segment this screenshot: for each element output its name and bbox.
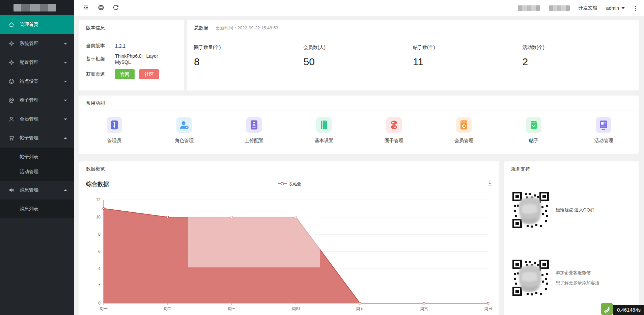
function-shortcut[interactable]: 帖子 — [499, 117, 569, 144]
cart-icon — [8, 135, 15, 141]
function-shortcut[interactable]: 基本设置 — [289, 117, 359, 144]
legend-label: 发帖量 — [289, 181, 301, 187]
sidebar-item-6[interactable]: 帖子管理 — [0, 129, 74, 148]
sidebar-item-0[interactable]: 管理首页 — [0, 15, 74, 34]
sidebar-item-4[interactable]: 圈子管理 — [0, 91, 74, 110]
channel-row-label: 获取渠道 — [86, 71, 115, 77]
svg-text:周四: 周四 — [292, 306, 300, 311]
submenu-item[interactable]: 活动管理 — [0, 164, 74, 179]
function-shortcut[interactable]: 会员管理 — [429, 117, 499, 144]
stat-item: 帖子数(个)11 — [413, 45, 523, 68]
basic-settings-icon — [316, 117, 332, 133]
wechat-support-text: 添加企业客服微信 想了解更多请添加客服 — [556, 268, 599, 288]
chevron-down-icon — [64, 62, 67, 63]
function-shortcut[interactable]: 角色管理 — [149, 117, 219, 144]
svg-text:8: 8 — [98, 232, 101, 237]
sidebar-item-7[interactable]: 消息管理 — [0, 181, 74, 200]
stat-label: 活动数(个) — [523, 45, 632, 51]
wechat-support-qr-code — [512, 259, 550, 297]
function-shortcut[interactable]: 圈子管理 — [359, 117, 429, 144]
face-icon — [8, 78, 15, 85]
sidebar-item-1[interactable]: 系统管理 — [0, 34, 74, 53]
svg-text:周五: 周五 — [356, 306, 364, 311]
svg-text:周二: 周二 — [164, 306, 172, 311]
stat-value: 2 — [523, 56, 632, 68]
more-menu-button[interactable] — [634, 4, 637, 12]
channel-button[interactable]: 官网 — [115, 69, 135, 79]
version-row-label: 当前版本 — [86, 43, 115, 49]
refresh-button[interactable] — [108, 0, 123, 16]
svg-text:2: 2 — [98, 284, 101, 288]
function-label: 会员管理 — [429, 138, 499, 144]
functions-panel-title: 常用功能 — [79, 96, 639, 110]
sidebar-item-label: 管理首页 — [20, 22, 67, 28]
stats-panel: 总数据 更新时间：2022-09-22 15:48:53 圈子数量(个)8会员数… — [187, 20, 639, 90]
stat-item: 会员数(人)50 — [304, 45, 413, 68]
thinkphp-trace-icon[interactable] — [601, 303, 613, 315]
svg-text:0: 0 — [98, 301, 101, 306]
qq-group-block: 疑难疑点 进入QQ群 — [504, 176, 639, 244]
qq-group-qr-code — [512, 191, 550, 229]
trace-time: 0.461484s — [613, 305, 644, 315]
chevron-down-icon — [64, 81, 67, 82]
function-shortcut[interactable]: 活动管理 — [569, 117, 639, 144]
submenu-item[interactable]: 消息列表 — [0, 201, 74, 216]
framework-row: 基于框架 ThinkPhp6.0、Layer、MySQL — [79, 49, 184, 65]
legend-marker-icon — [278, 182, 287, 186]
upload-config-icon — [246, 117, 262, 133]
sidebar-item-label: 圈子管理 — [20, 97, 61, 103]
svg-text:周一: 周一 — [100, 306, 108, 311]
stat-value: 8 — [194, 56, 304, 68]
svg-text:6: 6 — [98, 249, 101, 254]
qq-group-text: 疑难疑点 进入QQ群 — [556, 205, 594, 215]
globe-icon — [98, 4, 104, 12]
svg-text:10: 10 — [96, 215, 101, 219]
chart-watermark-censored — [188, 201, 320, 267]
version-row: 当前版本 1.2.1 — [79, 38, 184, 49]
activity-manage-icon — [596, 117, 611, 133]
stats-update-time: 更新时间：2022-09-22 15:48:53 — [216, 25, 278, 30]
topbar-link-censored-2[interactable] — [549, 5, 570, 11]
speaker-icon — [8, 187, 15, 193]
data-overview-panel: 数据概览 综合数据 发帖量 024681012周一周二周三周四周五周六周日 — [79, 161, 499, 315]
wechat-support-block: 添加企业客服微信 想了解更多请添加客服 — [504, 244, 639, 312]
framework-row-value: ThinkPhp6.0、Layer、MySQL — [115, 53, 177, 65]
logo-censored — [13, 4, 56, 11]
sidebar: 管理首页系统管理配置管理站点设置圈子管理会员管理帖子管理帖子列表活动管理消息管理… — [0, 0, 74, 315]
stats-panel-header: 总数据 更新时间：2022-09-22 15:48:53 — [187, 20, 639, 35]
post-icon — [526, 117, 541, 133]
language-button[interactable] — [93, 0, 108, 16]
sidebar-item-3[interactable]: 站点设置 — [0, 72, 74, 91]
svg-text:4: 4 — [98, 266, 101, 271]
topbar-link-censored-1[interactable] — [518, 5, 540, 11]
function-label: 角色管理 — [149, 138, 219, 144]
legend-item[interactable]: 发帖量 — [278, 181, 301, 187]
support-panel: 服务支持 疑难疑点 进入QQ群 添加企业客服微信 想了解更多请添加客服 — [504, 161, 639, 315]
svg-text:周三: 周三 — [228, 306, 236, 311]
user-menu[interactable]: admin — [606, 5, 625, 11]
function-label: 活动管理 — [569, 138, 639, 144]
download-chart-button[interactable] — [486, 180, 493, 188]
sidebar-item-5[interactable]: 会员管理 — [0, 110, 74, 129]
framework-row-label: 基于框架 — [86, 56, 115, 62]
version-panel: 版本信息 当前版本 1.2.1 基于框架 ThinkPhp6.0、Layer、M… — [79, 20, 184, 90]
stat-value: 50 — [304, 56, 413, 68]
home-icon — [8, 21, 15, 28]
support-panel-title: 服务支持 — [504, 161, 639, 176]
submenu-item[interactable]: 帖子列表 — [0, 149, 74, 164]
refresh-icon — [113, 4, 119, 12]
function-label: 管理员 — [79, 138, 149, 144]
collapse-icon — [83, 4, 89, 12]
svg-text:周日: 周日 — [484, 306, 492, 311]
topbar: 开发文档 admin — [74, 0, 644, 16]
topbar-left — [74, 0, 123, 16]
chart-titlebar: 综合数据 发帖量 — [79, 176, 499, 192]
sidebar-item-2[interactable]: 配置管理 — [0, 53, 74, 72]
sidebar-item-label: 会员管理 — [20, 116, 61, 122]
svg-text:周六: 周六 — [420, 306, 428, 311]
collapse-sidebar-button[interactable] — [79, 0, 93, 16]
dev-docs-link[interactable]: 开发文档 — [579, 5, 597, 11]
channel-button[interactable]: 社区 — [139, 69, 159, 79]
function-shortcut[interactable]: 管理员 — [79, 117, 149, 144]
function-shortcut[interactable]: 上传配置 — [219, 117, 289, 144]
